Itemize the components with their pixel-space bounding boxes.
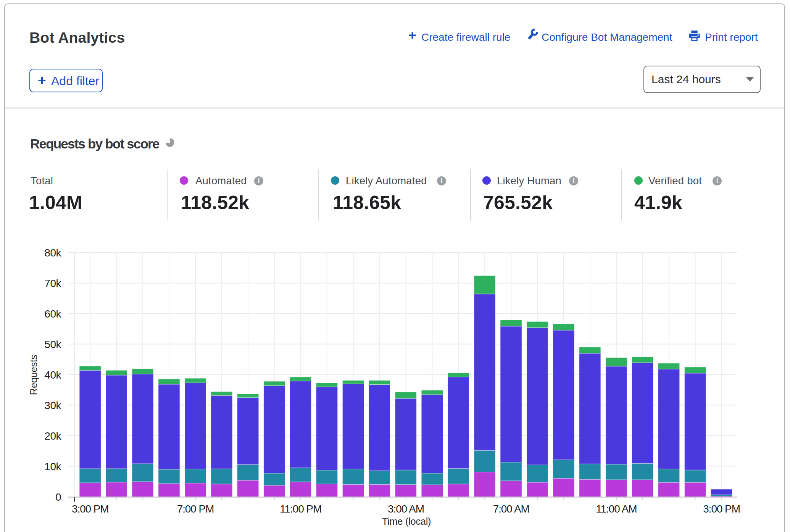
svg-text:3:00 PM: 3:00 PM xyxy=(72,503,109,515)
svg-text:11:00 AM: 11:00 AM xyxy=(596,503,637,515)
svg-text:3:00 AM: 3:00 AM xyxy=(388,503,424,515)
svg-text:40k: 40k xyxy=(44,369,61,381)
svg-text:80k: 80k xyxy=(44,247,61,259)
svg-text:7:00 PM: 7:00 PM xyxy=(177,503,214,515)
svg-text:Requests: Requests xyxy=(28,355,39,395)
svg-text:10k: 10k xyxy=(44,461,61,472)
svg-text:50k: 50k xyxy=(44,339,61,350)
svg-text:3:00 PM: 3:00 PM xyxy=(703,503,740,515)
svg-text:70k: 70k xyxy=(44,277,61,289)
svg-text:Time (local): Time (local) xyxy=(382,516,431,527)
svg-text:20k: 20k xyxy=(44,430,61,442)
svg-text:0: 0 xyxy=(55,491,61,503)
svg-text:11:00 PM: 11:00 PM xyxy=(280,503,321,515)
svg-text:7:00 AM: 7:00 AM xyxy=(493,503,529,515)
svg-text:60k: 60k xyxy=(44,308,61,320)
svg-text:30k: 30k xyxy=(44,400,61,411)
